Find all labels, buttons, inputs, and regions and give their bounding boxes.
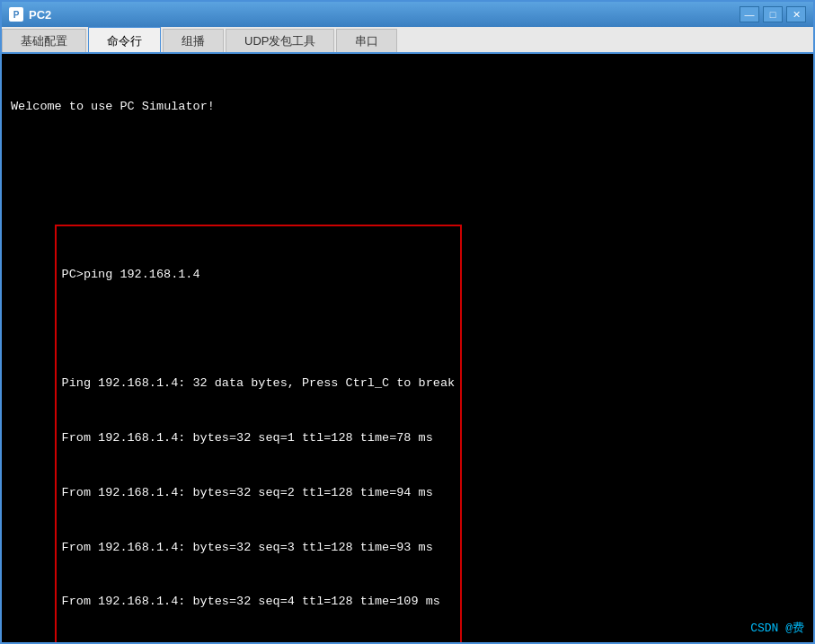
ping1-line3: From 192.168.1.4: bytes=32 seq=3 ttl=128… (62, 539, 455, 557)
terminal-content: Welcome to use PC Simulator! PC>ping 192… (11, 61, 804, 642)
close-button[interactable]: ✕ (786, 6, 806, 22)
app-icon: P (9, 7, 23, 22)
tab-basic-config[interactable]: 基础配置 (2, 29, 86, 52)
tab-serial[interactable]: 串口 (336, 29, 397, 52)
blank-line-1 (11, 152, 804, 170)
tab-udp-tool[interactable]: UDP发包工具 (226, 29, 334, 52)
ping1-header: Ping 192.168.1.4: 32 data bytes, Press C… (62, 375, 455, 393)
ping1-line4: From 192.168.1.4: bytes=32 seq=4 ttl=128… (62, 593, 455, 611)
csdn-watermark: CSDN @费 (750, 620, 804, 638)
ping1-line1: From 192.168.1.4: bytes=32 seq=1 ttl=128… (62, 429, 455, 447)
tab-multicast[interactable]: 组播 (163, 29, 224, 52)
window-title: PC2 (29, 8, 51, 22)
terminal-area[interactable]: Welcome to use PC Simulator! PC>ping 192… (2, 54, 813, 642)
ping1-line2: From 192.168.1.4: bytes=32 seq=2 ttl=128… (62, 484, 455, 502)
ping-block-1: PC>ping 192.168.1.4 Ping 192.168.1.4: 32… (55, 225, 462, 642)
welcome-line: Welcome to use PC Simulator! (11, 98, 804, 116)
minimize-button[interactable]: — (740, 6, 759, 22)
tab-command-line[interactable]: 命令行 (88, 27, 161, 52)
cmd1-line: PC>ping 192.168.1.4 (62, 266, 455, 284)
blank-line-2 (62, 321, 455, 339)
title-bar-left: P PC2 (9, 7, 51, 22)
title-bar: P PC2 — □ ✕ (2, 2, 813, 27)
title-controls: — □ ✕ (740, 6, 806, 22)
main-window: P PC2 — □ ✕ 基础配置 命令行 组播 UDP发包工具 串口 Welco… (0, 0, 815, 644)
maximize-button[interactable]: □ (763, 6, 783, 22)
tab-bar: 基础配置 命令行 组播 UDP发包工具 串口 (2, 27, 813, 54)
